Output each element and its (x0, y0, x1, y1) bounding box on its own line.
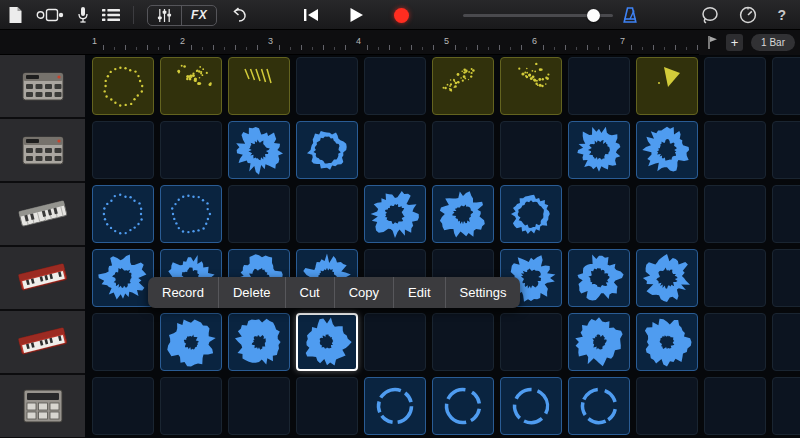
empty-cell[interactable] (364, 57, 426, 115)
empty-cell[interactable] (228, 185, 290, 243)
ruler-bar-5[interactable]: 5 (437, 30, 525, 55)
loop-cell-ring-wave[interactable] (500, 185, 562, 243)
metronome-button[interactable] (622, 0, 638, 30)
loop-browser-icon[interactable] (701, 6, 719, 24)
loop-cell-spray[interactable] (432, 57, 494, 115)
skip-to-start-icon[interactable] (303, 8, 319, 22)
menu-item-delete[interactable]: Delete (218, 277, 285, 308)
help-button[interactable]: ? (777, 7, 786, 23)
empty-cell[interactable] (228, 377, 290, 435)
loop-cell-ring-wave[interactable] (296, 121, 358, 179)
record-button[interactable] (394, 8, 409, 23)
track-header-keyboard-light-3[interactable] (0, 183, 85, 247)
marker-flag-icon[interactable] (707, 35, 718, 50)
undo-icon[interactable] (230, 7, 248, 23)
ruler-bar-6[interactable]: 6 (525, 30, 613, 55)
loop-cell-dot-burst[interactable] (500, 57, 562, 115)
ruler-bar-2[interactable]: 2 (173, 30, 261, 55)
loop-cell-wave[interactable] (228, 121, 290, 179)
live-loops-view-icon[interactable] (36, 8, 64, 22)
empty-cell[interactable] (296, 377, 358, 435)
volume-slider-knob[interactable] (587, 9, 600, 22)
empty-cell[interactable] (92, 377, 154, 435)
add-bars-button[interactable]: + (726, 34, 743, 51)
track-header-keyboard-red-5[interactable] (0, 311, 85, 375)
empty-cell[interactable] (92, 313, 154, 371)
empty-cell[interactable] (704, 313, 766, 371)
menu-item-edit[interactable]: Edit (393, 277, 444, 308)
loop-cell-ring-segments[interactable] (364, 377, 426, 435)
empty-cell[interactable] (772, 185, 800, 243)
loop-cell-wave[interactable] (568, 249, 630, 307)
menu-item-copy[interactable]: Copy (334, 277, 393, 308)
empty-cell[interactable] (704, 121, 766, 179)
ruler-bar-3[interactable]: 3 (261, 30, 349, 55)
loop-cell-wave[interactable] (432, 185, 494, 243)
volume-slider-track[interactable] (463, 14, 613, 17)
selected-loop-cell[interactable] (296, 313, 358, 371)
loop-cell-ring-segments[interactable] (568, 377, 630, 435)
empty-cell[interactable] (160, 121, 222, 179)
empty-cell[interactable] (364, 313, 426, 371)
empty-cell[interactable] (704, 249, 766, 307)
empty-cell[interactable] (704, 57, 766, 115)
track-header-sampler-6[interactable] (0, 375, 85, 438)
loop-cell-wave-bold[interactable] (228, 313, 290, 371)
loop-cell-line-fan[interactable] (228, 57, 290, 115)
empty-cell[interactable] (296, 57, 358, 115)
empty-cell[interactable] (296, 185, 358, 243)
empty-cell[interactable] (704, 377, 766, 435)
loop-cell-dot-ring[interactable] (92, 57, 154, 115)
track-header-keyboard-red-4[interactable] (0, 247, 85, 311)
menu-item-cut[interactable]: Cut (285, 277, 334, 308)
empty-cell[interactable] (772, 121, 800, 179)
track-header-drum-machine-1[interactable] (0, 55, 85, 119)
microphone-icon[interactable] (77, 6, 89, 24)
tuner-icon[interactable] (739, 6, 757, 24)
menu-item-settings[interactable]: Settings (445, 277, 521, 308)
empty-cell[interactable] (772, 249, 800, 307)
empty-cell[interactable] (432, 121, 494, 179)
document-icon[interactable] (8, 6, 23, 24)
empty-cell[interactable] (568, 185, 630, 243)
empty-cell[interactable] (364, 121, 426, 179)
empty-cell[interactable] (500, 121, 562, 179)
loop-cell-wave[interactable] (92, 249, 154, 307)
play-icon[interactable] (349, 7, 364, 23)
ruler-bar-7[interactable]: 7 (613, 30, 701, 55)
loop-cell-wave[interactable] (636, 121, 698, 179)
empty-cell[interactable] (160, 377, 222, 435)
empty-cell[interactable] (772, 377, 800, 435)
loop-cell-wave-bold[interactable] (636, 313, 698, 371)
loop-cell-wave-bold[interactable] (568, 313, 630, 371)
empty-cell[interactable] (432, 313, 494, 371)
empty-cell[interactable] (772, 313, 800, 371)
master-volume-slider[interactable] (463, 0, 613, 30)
loop-cell-wave[interactable] (568, 121, 630, 179)
loop-cell-ring-segments[interactable] (500, 377, 562, 435)
empty-cell[interactable] (636, 185, 698, 243)
loop-cell-dot-ring[interactable] (160, 185, 222, 243)
empty-cell[interactable] (772, 57, 800, 115)
loop-cell-ring-segments[interactable] (432, 377, 494, 435)
empty-cell[interactable] (636, 377, 698, 435)
loop-cell-dot-burst[interactable] (160, 57, 222, 115)
bar-ruler[interactable]: 1234567 + 1 Bar (0, 30, 800, 55)
fx-button[interactable]: FX (181, 6, 216, 25)
loop-cell-wave[interactable] (364, 185, 426, 243)
smart-controls-icon[interactable] (148, 6, 181, 25)
track-header-drum-machine-2[interactable] (0, 119, 85, 183)
bar-length-badge[interactable]: 1 Bar (751, 34, 795, 51)
menu-item-record[interactable]: Record (148, 277, 218, 308)
empty-cell[interactable] (500, 313, 562, 371)
loop-cell-wave-bold[interactable] (160, 313, 222, 371)
loop-cell-dot-ring[interactable] (92, 185, 154, 243)
loop-cell-wedge[interactable] (636, 57, 698, 115)
empty-cell[interactable] (568, 57, 630, 115)
ruler-bar-1[interactable]: 1 (85, 30, 173, 55)
track-list-icon[interactable] (102, 8, 120, 22)
empty-cell[interactable] (704, 185, 766, 243)
empty-cell[interactable] (92, 121, 154, 179)
ruler-bar-4[interactable]: 4 (349, 30, 437, 55)
loop-cell-wave[interactable] (636, 249, 698, 307)
